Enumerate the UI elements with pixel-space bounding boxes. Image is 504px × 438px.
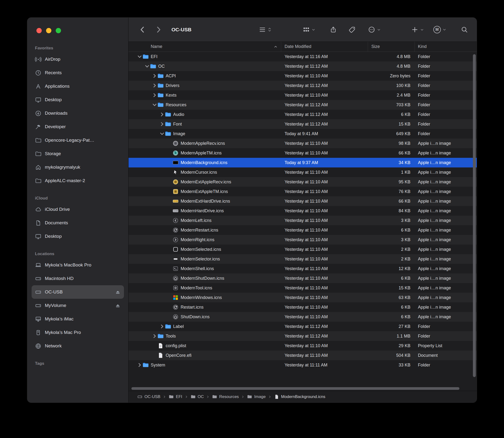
disclosure-closed-icon[interactable] (159, 122, 165, 126)
list-row-efi[interactable]: EFIYesterday at 11:16 AM4.8 MBFolder (128, 52, 477, 61)
sidebar-item-applealc-master-2[interactable]: AppleALC-master-2 (32, 174, 124, 187)
tag-button[interactable] (348, 26, 356, 33)
eject-icon[interactable] (115, 302, 121, 309)
sidebar-item-desktop[interactable]: Desktop (32, 230, 124, 243)
list-row-shutdown-icns[interactable]: ShutDown.icnsYesterday at 11:10 AM6 KBAp… (128, 312, 477, 322)
column-header-kind[interactable]: Kind (415, 42, 477, 52)
more-options-button[interactable] (368, 26, 381, 33)
list-row-modernextharddrive-icns[interactable]: ModernExtHardDrive.icnsYesterday at 11:1… (128, 196, 477, 206)
group-by-button[interactable] (303, 26, 315, 33)
add-new-button[interactable] (411, 26, 424, 33)
list-row-modernextappletm-icns[interactable]: ModernExtAppleTM.icnsYesterday at 11:10 … (128, 187, 477, 196)
breadcrumb-item-modernbackground-icns[interactable]: ModernBackground.icns (274, 394, 325, 399)
column-header-size[interactable]: Size (368, 42, 415, 52)
sidebar-item-icloud-drive[interactable]: iCloud Drive (32, 203, 124, 216)
disclosure-closed-icon[interactable] (152, 334, 158, 338)
sidebar-item-developer[interactable]: Developer (32, 120, 124, 133)
disclosure-open-icon[interactable] (152, 103, 158, 107)
zoom-button[interactable] (56, 28, 61, 33)
vertical-scrollbar[interactable] (473, 54, 476, 377)
list-row-modernshutdown-icns[interactable]: ModernShutDown.icnsYesterday at 11:10 AM… (128, 274, 477, 283)
disclosure-open-icon[interactable] (137, 55, 143, 59)
list-row-modernrestart-icns[interactable]: ModernRestart.icnsYesterday at 11:10 AM6… (128, 225, 477, 235)
sidebar-item-storage[interactable]: Storage (32, 147, 124, 160)
list-row-drivers[interactable]: DriversYesterday at 11:12 AM100 KBFolder (128, 81, 477, 90)
breadcrumb-item-image[interactable]: Image (247, 394, 265, 399)
list-row-audio[interactable]: AudioYesterday at 11:12 AM6 KBFolder (128, 110, 477, 119)
list-row-modernappletm-icns[interactable]: ModernAppleTM.icnsYesterday at 11:10 AM6… (128, 148, 477, 158)
breadcrumb-item-oc[interactable]: OC (191, 394, 204, 399)
sidebar-item-downloads[interactable]: Downloads (32, 107, 124, 120)
share-button[interactable] (330, 26, 337, 33)
list-row-modernshell-icns[interactable]: ModernShell.icnsYesterday at 11:10 AM12 … (128, 264, 477, 274)
disclosure-closed-icon[interactable] (152, 74, 158, 78)
indent-spacer (128, 163, 167, 163)
list-row-acpi[interactable]: ACPIYesterday at 11:10 AMZero bytesFolde… (128, 71, 477, 81)
sidebar-item-macintosh-hd[interactable]: Macintosh HD (32, 272, 124, 285)
sidebar-item-mykola-s-imac[interactable]: Mykola’s iMac (32, 312, 124, 326)
list-row-config-plist[interactable]: config.plistYesterday at 11:10 AM29 KBPr… (128, 341, 477, 350)
list-row-kexts[interactable]: KextsYesterday at 11:10 AM2.4 MBFolder (128, 90, 477, 100)
sidebar-item-network[interactable]: Network (32, 339, 124, 353)
sidebar-item-desktop[interactable]: Desktop (32, 93, 124, 107)
horizontal-scrollbar[interactable] (131, 387, 459, 390)
list-row-moderntool-icns[interactable]: ModernTool.icnsYesterday at 11:10 AM15 K… (128, 283, 477, 293)
list-row-image[interactable]: ImageToday at 9:41 AM649 KBFolder (128, 129, 477, 139)
list-row-modernharddrive-icns[interactable]: ModernHardDrive.icnsYesterday at 11:10 A… (128, 206, 477, 216)
list-row-modernright-icns[interactable]: ModernRight.icnsYesterday at 11:10 AM3 K… (128, 235, 477, 244)
disclosure-closed-icon[interactable] (159, 324, 165, 328)
forward-button[interactable] (154, 25, 163, 34)
sidebar-item-oc-usb[interactable]: OC-USB (32, 285, 124, 299)
list-row-tools[interactable]: ToolsYesterday at 11:12 AM1.1 MBFolder (128, 331, 477, 341)
search-button[interactable] (461, 26, 468, 33)
date-modified: Yesterday at 11:10 AM (281, 199, 368, 204)
sidebar-item-mykola-s-mac-pro[interactable]: Mykola’s Mac Pro (32, 326, 124, 339)
list-row-label[interactable]: LabelYesterday at 11:12 AM27 KBFolder (128, 322, 477, 331)
close-button[interactable] (36, 28, 42, 33)
sidebar-item-opencore-legacy-pat[interactable]: Opencore-Legacy-Pat… (32, 133, 124, 147)
file-kind: Apple i…n image (415, 218, 477, 223)
disclosure-open-icon[interactable] (144, 64, 150, 68)
column-header-date[interactable]: Date Modified (281, 42, 368, 52)
list-row-system[interactable]: SystemYesterday at 11:11 AM33 KBFolder (128, 360, 477, 370)
disclosure-closed-icon[interactable] (159, 112, 165, 117)
sidebar-section-label: iCloud (35, 196, 121, 201)
disclosure-closed-icon[interactable] (152, 93, 158, 97)
sidebar-item-mykola-s-macbook-pro[interactable]: Mykola’s MacBook Pro (32, 258, 124, 272)
list-view-button[interactable] (259, 26, 272, 33)
sidebar-item-myvolume[interactable]: MyVolume (32, 299, 124, 312)
list-row-oc[interactable]: OCYesterday at 11:12 AM4.8 MBFolder (128, 61, 477, 71)
list-row-resources[interactable]: ResourcesYesterday at 11:12 AM703 KBFold… (128, 100, 477, 110)
breadcrumb-item-efi[interactable]: EFI (169, 394, 182, 399)
folder-gray-icon (35, 177, 42, 184)
list-row-modernapplerecv-icns[interactable]: ModernAppleRecv.icnsYesterday at 11:10 A… (128, 139, 477, 148)
breadcrumb-item-resources[interactable]: Resources (212, 394, 239, 399)
list-row-opencore-efi[interactable]: OpenCore.efiYesterday at 11:10 AM504 KBD… (128, 350, 477, 360)
sidebar-item-recents[interactable]: Recents (32, 66, 124, 79)
list-row-modernselected-icns[interactable]: ModernSelected.icnsYesterday at 11:10 AM… (128, 244, 477, 254)
disclosure-open-icon[interactable] (159, 131, 165, 136)
column-header-name[interactable]: Name (128, 42, 281, 52)
sidebar-item-airdrop[interactable]: AirDrop (32, 53, 124, 66)
list-row-moderncursor-icns[interactable]: ModernCursor.icnsYesterday at 11:10 AM1 … (128, 167, 477, 177)
eject-icon[interactable] (115, 289, 121, 295)
disclosure-closed-icon[interactable] (152, 83, 158, 88)
list-row-modernleft-icns[interactable]: ModernLeft.icnsYesterday at 11:10 AM3 KB… (128, 216, 477, 225)
list-row-font[interactable]: FontYesterday at 11:12 AM15 KBFolder (128, 119, 477, 129)
minimize-button[interactable] (46, 28, 51, 33)
date-modified: Yesterday at 11:10 AM (281, 314, 368, 319)
sidebar-item-label: AirDrop (45, 57, 60, 62)
sidebar-item-applications[interactable]: Applications (32, 79, 124, 93)
list-row-modernwindows-icns[interactable]: ModernWindows.icnsYesterday at 11:10 AM6… (128, 293, 477, 302)
back-button[interactable] (138, 25, 147, 34)
monogram-button[interactable]: M (433, 26, 446, 33)
sidebar-item-mykolagrymalyuk[interactable]: mykolagrymalyuk (32, 160, 124, 174)
sidebar-item-documents[interactable]: Documents (32, 216, 124, 230)
list-row-modernselector-icns[interactable]: ModernSelector.icnsYesterday at 11:10 AM… (128, 254, 477, 264)
list-row-restart-icns[interactable]: Restart.icnsYesterday at 11:10 AM6 KBApp… (128, 302, 477, 312)
folder-icon (165, 111, 171, 118)
disclosure-closed-icon[interactable] (137, 363, 143, 367)
breadcrumb-item-oc-usb[interactable]: OC-USB (137, 394, 160, 399)
list-row-modernextapplerecv-icns[interactable]: ModernExtAppleRecv.icnsYesterday at 11:1… (128, 177, 477, 187)
list-row-modernbackground-icns[interactable]: ModernBackground.icnsToday at 9:37 AM34 … (128, 158, 477, 167)
